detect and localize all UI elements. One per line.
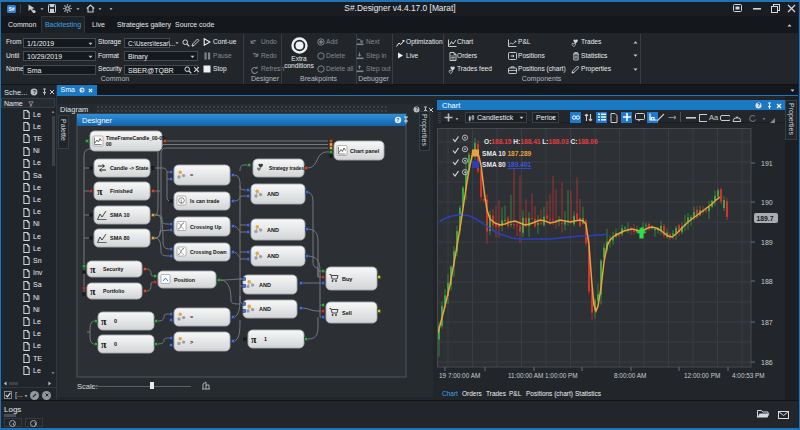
svg-text:TimeFrameCandle_00-05-: TimeFrameCandle_00-05- [106,135,167,141]
svg-text:AND: AND [267,253,279,259]
svg-text:π: π [90,286,96,297]
svg-text:Sell: Sell [342,310,352,316]
svg-text:Position: Position [174,277,195,283]
svg-text:=: = [190,172,193,178]
svg-text:AND: AND [267,227,279,233]
svg-text:1: 1 [264,336,267,342]
svg-text:12:00:00 PM: 12:00:00 PM [684,372,720,379]
svg-text:4:00:53 PM: 4:00:53 PM [732,372,765,379]
svg-text:SMA 10: SMA 10 [110,212,130,218]
svg-text:190: 190 [761,199,773,206]
svg-text:Security: Security [103,266,124,272]
svg-text:187: 187 [761,319,773,326]
svg-text:π: π [251,334,257,345]
svg-text:Finished: Finished [110,188,133,194]
svg-text:π: π [90,264,96,275]
svg-text:>: > [190,339,193,345]
svg-text:188: 188 [761,278,773,285]
svg-text:19 7:00:00 AM: 19 7:00:00 AM [439,372,480,379]
svg-text:π: π [101,339,107,350]
svg-text:Crossing Up: Crossing Up [190,224,222,230]
svg-text:?: ? [757,103,760,108]
svg-text:SMA 80: SMA 80 [110,235,130,241]
svg-text:=: = [190,314,193,320]
svg-text:0: 0 [114,318,117,324]
svg-text:π: π [101,316,107,327]
svg-text:Is can trade: Is can trade [190,198,219,204]
svg-text:Buy: Buy [342,276,353,282]
svg-text:?: ? [396,118,399,123]
svg-text:186: 186 [761,359,773,366]
svg-text:00: 00 [106,141,112,147]
svg-text:Strategy trades: Strategy trades [269,166,304,171]
svg-text:191: 191 [761,160,773,167]
svg-text:189: 189 [761,239,773,246]
svg-text:π: π [97,186,103,197]
svg-text:189.7: 189.7 [757,215,774,222]
svg-text:Designer: Designer [82,116,113,125]
svg-text:1:00:00 PM: 1:00:00 PM [545,372,578,379]
svg-text:AND: AND [267,191,279,197]
svg-text:SMA 80 189.401: SMA 80 189.401 [482,161,532,168]
svg-text:8:00:00 AM: 8:00:00 AM [614,372,646,379]
svg-text:AND: AND [259,282,271,288]
svg-text:11:00:00 AM: 11:00:00 AM [508,372,543,379]
svg-text:SMA 10 187.289: SMA 10 187.289 [482,150,532,157]
svg-text:Candle -> State: Candle -> State [110,165,148,171]
svg-text:AND: AND [259,306,271,312]
svg-text:0: 0 [114,341,117,347]
svg-text:Crossing Down: Crossing Down [190,249,227,255]
svg-text:Chart panel: Chart panel [350,148,380,154]
svg-text:Portfolio: Portfolio [103,288,124,294]
svg-text:O:188.15 H:188.41 L:188.03 C:1: O:188.15 H:188.41 L:188.03 C:188.06 [484,138,598,145]
